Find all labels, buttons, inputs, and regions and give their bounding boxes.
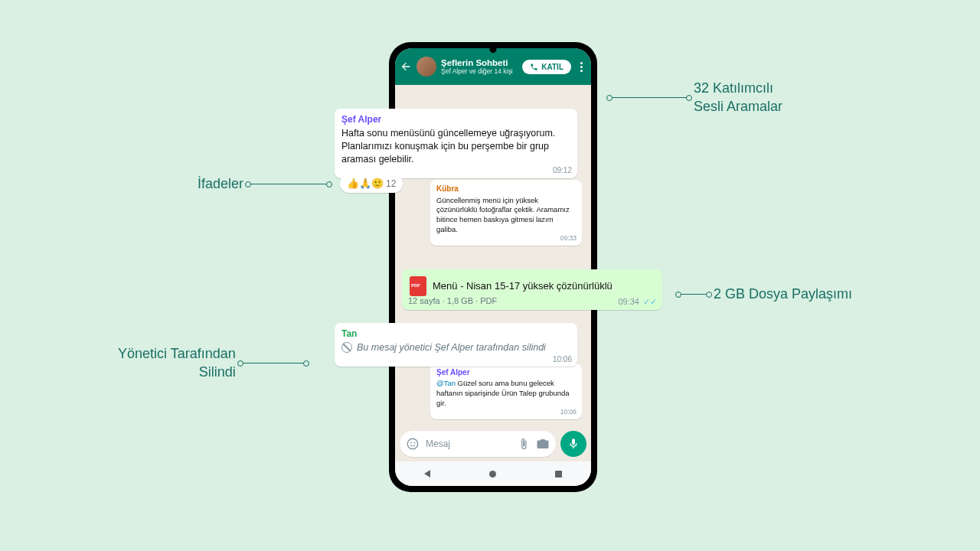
join-call-button[interactable]: KATIL [522,60,571,74]
nav-recents-icon[interactable] [555,471,562,478]
input-bar: Mesaj [395,426,591,461]
svg-point-0 [407,439,418,449]
phone-icon [530,63,538,71]
chat-header: Şeflerin Sohbeti Şef Alper ve diğer 14 k… [395,48,591,85]
callout-label: 32 Katılımcılı Sesli Aramalar [694,79,782,116]
message-alper-1[interactable]: Şef Alper Hafta sonu menüsünü güncelleme… [335,109,577,178]
message-time: 10:06 [553,354,572,365]
deleted-icon [341,342,352,353]
sender-label: Tan [341,328,570,340]
camera-notch [490,46,497,53]
callout-label: İfadeler [198,174,243,193]
more-menu-icon[interactable] [576,62,586,72]
android-nav [395,461,591,486]
back-icon[interactable] [400,60,412,73]
svg-point-2 [413,442,415,444]
callout-file: 2 GB Dosya Paylaşımı [674,285,852,303]
svg-point-1 [410,442,412,444]
message-deleted[interactable]: Tan Bu mesaj yönetici Şef Alper tarafınd… [335,323,577,367]
sender-label: Şef Alper [436,367,576,378]
join-label: KATIL [541,63,564,71]
chat-title-block[interactable]: Şeflerin Sohbeti Şef Alper ve diğer 14 k… [441,58,518,75]
callout-label: 2 GB Dosya Paylaşımı [714,285,852,303]
group-avatar[interactable] [416,57,436,77]
message-time: 09:33 [560,234,577,243]
message-time: 09:12 [553,165,572,176]
mic-icon [567,438,580,450]
file-meta: 12 sayfa · 1,8 GB · PDF [408,295,497,307]
reactions-pill[interactable]: 👍🙏🙂12 [340,174,403,193]
message-kubra[interactable]: Kübra Güncellenmiş menü için yüksek çözü… [430,180,582,246]
callout-label: Yönetici Tarafından Silindi [118,344,236,382]
read-checks-icon: ✓✓ [641,297,657,306]
file-time: 09:34 [618,297,639,306]
callout-deleted: Yönetici Tarafından Silindi [118,344,311,382]
callout-voice: 32 Katılımcılı Sesli Aramalar [605,79,782,116]
sender-label: Şef Alper [341,113,570,126]
input-placeholder: Mesaj [426,439,511,449]
reactions-count: 12 [386,178,396,189]
message-time: 10:06 [560,408,577,416]
mention[interactable]: @Tan [436,379,456,387]
nav-home-icon[interactable] [489,471,496,478]
deleted-text: Bu mesaj yönetici Şef Alper tarafından s… [357,341,546,354]
chat-title: Şeflerin Sohbeti [441,58,518,68]
message-input[interactable]: Mesaj [400,431,556,457]
file-name: Menü - Nisan 15-17 yüksek çözünürlüklü [433,279,612,293]
message-alper-2[interactable]: Şef Alper @Tan Güzel soru ama bunu gelec… [430,364,582,419]
attach-icon[interactable] [518,438,530,450]
callout-reactions: İfadeler [198,174,334,193]
nav-back-icon[interactable] [424,470,430,478]
message-text: Güncellenmiş menü için yüksek çözünürlük… [436,196,570,233]
camera-icon[interactable] [536,437,550,451]
emoji-icon[interactable] [406,437,420,451]
file-message[interactable]: Menü - Nisan 15-17 yüksek çözünürlüklü 1… [402,269,662,310]
message-text: Güzel soru ama bunu gelecek haftanın sip… [436,379,570,407]
reactions-emojis: 👍🙏🙂 [347,178,384,189]
pdf-icon [410,276,426,296]
mic-button[interactable] [560,431,586,457]
sender-label: Kübra [436,184,576,194]
chat-subtitle: Şef Alper ve diğer 14 kişi [441,68,518,75]
message-text: Hafta sonu menüsünü güncellemeye uğraşıy… [341,128,555,165]
